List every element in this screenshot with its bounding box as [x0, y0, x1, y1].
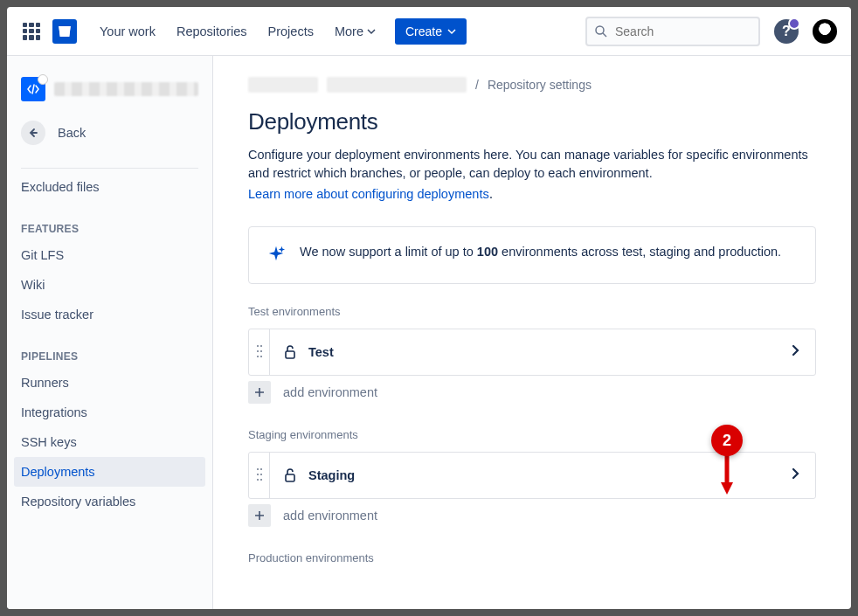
- chevron-right-icon: [791, 467, 799, 480]
- sparkle-icon: [266, 245, 286, 267]
- breadcrumb-separator: /: [475, 78, 479, 92]
- svg-marker-7: [721, 482, 733, 495]
- expand-button[interactable]: [775, 467, 815, 483]
- svg-rect-3: [286, 474, 294, 481]
- drag-handle-icon[interactable]: [249, 453, 270, 498]
- user-avatar[interactable]: [813, 19, 837, 44]
- breadcrumb-redacted: [248, 77, 318, 93]
- divider: [21, 168, 198, 169]
- bitbucket-logo[interactable]: [52, 19, 77, 44]
- add-environment-label: add environment: [283, 509, 377, 523]
- add-test-environment[interactable]: add environment: [248, 381, 816, 404]
- chevron-down-icon: [447, 27, 456, 36]
- body: Back Excluded files FEATURES Git LFS Wik…: [7, 56, 851, 609]
- app-frame: Your work Repositories Projects More Cre…: [7, 7, 851, 609]
- chevron-down-icon: [367, 27, 376, 36]
- info-banner: We now support a limit of up to 100 envi…: [248, 226, 816, 284]
- svg-point-0: [596, 26, 604, 34]
- info-text: We now support a limit of up to 100 envi…: [300, 243, 781, 262]
- nav-repositories[interactable]: Repositories: [168, 17, 256, 45]
- sidebar-item-git-lfs[interactable]: Git LFS: [14, 240, 205, 270]
- svg-line-1: [603, 33, 606, 37]
- repo-header[interactable]: [14, 77, 205, 108]
- sidebar-item-deployments[interactable]: Deployments: [14, 457, 205, 487]
- nav-more[interactable]: More: [326, 17, 384, 45]
- arrow-left-icon: [21, 121, 45, 145]
- page-description: Configure your deployment environments h…: [248, 146, 816, 183]
- sidebar-item-repository-variables[interactable]: Repository variables: [14, 487, 205, 516]
- sidebar-section-features: FEATURES: [14, 202, 205, 240]
- plus-icon: [248, 504, 271, 527]
- sidebar: Back Excluded files FEATURES Git LFS Wik…: [7, 56, 213, 609]
- back-label: Back: [58, 126, 86, 140]
- sidebar-item-runners[interactable]: Runners: [14, 368, 205, 398]
- repo-name-redacted: [54, 82, 198, 96]
- add-environment-label: add environment: [283, 385, 377, 399]
- sidebar-section-pipelines: PIPELINES: [14, 329, 205, 368]
- env-name: Staging: [308, 468, 775, 482]
- nav-projects[interactable]: Projects: [259, 17, 322, 45]
- sidebar-item-wiki[interactable]: Wiki: [14, 270, 205, 300]
- search-box: [585, 17, 760, 46]
- learn-more-link[interactable]: Learn more about configuring deployments: [248, 187, 489, 201]
- drag-handle-icon[interactable]: [249, 329, 270, 375]
- add-staging-environment[interactable]: add environment: [248, 504, 816, 527]
- sidebar-item-excluded-files[interactable]: Excluded files: [14, 172, 205, 202]
- sidebar-item-ssh-keys[interactable]: SSH keys: [14, 427, 205, 457]
- sidebar-item-issue-tracker[interactable]: Issue tracker: [14, 300, 205, 329]
- back-button[interactable]: Back: [14, 108, 205, 168]
- breadcrumb-redacted: [327, 77, 467, 93]
- test-env-label: Test environments: [248, 305, 816, 318]
- page-title: Deployments: [248, 108, 816, 135]
- help-button[interactable]: ?: [774, 19, 799, 44]
- create-button[interactable]: Create: [395, 18, 467, 45]
- breadcrumb-current: Repository settings: [488, 78, 592, 92]
- app-switcher-icon[interactable]: [21, 21, 42, 42]
- nav-more-label: More: [335, 24, 363, 38]
- main-content: / Repository settings Deployments Config…: [213, 56, 851, 609]
- env-name: Test: [308, 345, 775, 359]
- search-input[interactable]: [585, 17, 760, 46]
- code-icon: [21, 77, 45, 101]
- production-env-label: Production environments: [248, 551, 816, 564]
- expand-button[interactable]: [775, 344, 815, 360]
- svg-rect-2: [286, 351, 294, 358]
- create-label: Create: [405, 24, 442, 38]
- annotation-marker-2: 2: [711, 425, 743, 456]
- plus-icon: [248, 381, 271, 404]
- chevron-right-icon: [791, 344, 799, 356]
- annotation-arrow-2: [718, 453, 736, 496]
- unlock-icon: [282, 467, 298, 483]
- breadcrumb: / Repository settings: [248, 77, 816, 93]
- unlock-icon: [282, 344, 298, 360]
- sidebar-item-integrations[interactable]: Integrations: [14, 398, 205, 427]
- nav-your-work[interactable]: Your work: [91, 17, 164, 45]
- search-icon: [594, 24, 608, 38]
- env-card-test[interactable]: Test: [248, 329, 816, 376]
- top-nav: Your work Repositories Projects More Cre…: [7, 7, 851, 56]
